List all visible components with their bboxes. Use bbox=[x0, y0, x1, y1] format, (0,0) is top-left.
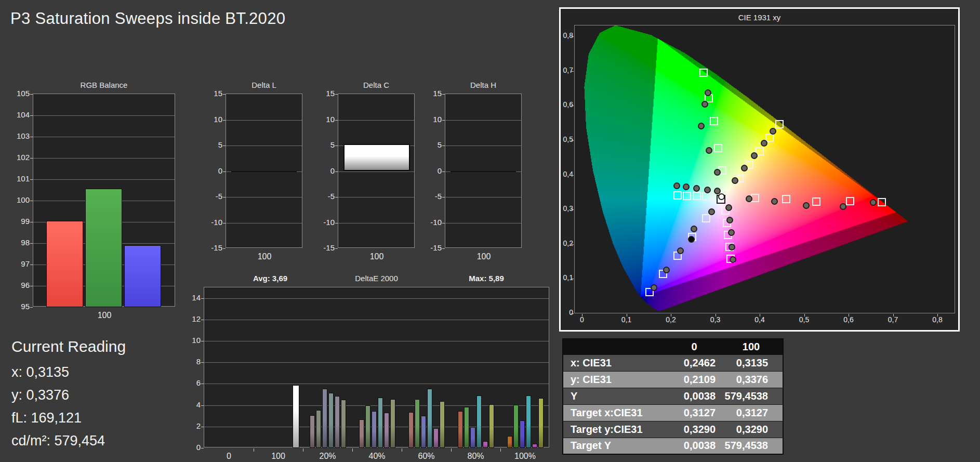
result-value-0: 0,0038 bbox=[669, 388, 720, 404]
y-axis-tick-label: -15 bbox=[198, 243, 222, 252]
cie-y-tick-label: 0,1 bbox=[561, 273, 573, 282]
blue-balance-bar bbox=[124, 245, 161, 307]
results-table-row: x: CIE310,24620,3135 bbox=[563, 354, 783, 371]
y-axis-tick bbox=[30, 137, 33, 137]
cie-1931-chart[interactable]: CIE 1931 xy00,10,20,30,40,50,60,70,800,1… bbox=[559, 7, 960, 332]
cie-x-tick bbox=[849, 314, 849, 316]
y-axis-tick bbox=[201, 405, 204, 406]
cie-x-tick-label: 0,6 bbox=[836, 315, 861, 324]
y-axis-tick bbox=[201, 320, 204, 320]
y-axis-tick bbox=[30, 115, 33, 116]
y-axis-tick bbox=[442, 197, 445, 197]
deltae-bar-yellow-80% bbox=[489, 404, 494, 448]
cie-measured-yellow-60pct bbox=[751, 152, 758, 159]
delta-h-chart[interactable]: Delta H-15-10-5051015100 bbox=[445, 94, 522, 248]
y-axis-tick-label: 10 bbox=[198, 115, 222, 124]
deltae2000-chart[interactable]: DeltaE 2000Avg: 3,69Max: 5,8902468101214… bbox=[204, 287, 549, 447]
gridline bbox=[33, 115, 175, 116]
y-axis-tick-label: -15 bbox=[418, 243, 442, 252]
cie-measured-blue-80pct bbox=[663, 267, 670, 273]
y-axis-tick bbox=[335, 146, 338, 146]
cie-target-green-60pct bbox=[710, 117, 718, 125]
cie-chromaticity-canvas bbox=[574, 25, 955, 313]
deltae-bar-green-60% bbox=[415, 399, 420, 448]
cie-measured-yellow-80pct bbox=[761, 140, 767, 147]
y-axis-tick-label: 96 bbox=[6, 281, 30, 289]
y-axis-tick-label: 5 bbox=[311, 140, 335, 149]
y-axis-tick-label: -10 bbox=[198, 218, 222, 227]
gridline bbox=[226, 197, 302, 197]
y-axis-tick-label: 2 bbox=[177, 421, 201, 430]
cie-measured-green-80pct bbox=[701, 101, 708, 108]
cie-x-tick-label: 0,5 bbox=[792, 315, 817, 324]
deltae-bar-cyan-60% bbox=[427, 389, 432, 448]
results-table-row: Target Y0,0038579,4538 bbox=[563, 438, 783, 454]
y-axis-tick-label: 100 bbox=[6, 195, 30, 204]
cie-y-tick-label: 0,5 bbox=[561, 135, 573, 143]
deltae-bar-red-60% bbox=[408, 412, 414, 448]
y-axis-tick bbox=[201, 427, 204, 427]
deltae-bar-cyan-40% bbox=[378, 398, 383, 448]
gridline bbox=[445, 197, 521, 197]
deltae-bar-red-20% bbox=[310, 415, 315, 448]
y-axis-tick bbox=[30, 243, 33, 244]
result-value-0: 0,2109 bbox=[669, 371, 720, 388]
deltae-bar-magenta-20% bbox=[335, 396, 340, 448]
results-table-row: y: CIE310,21090,3376 bbox=[563, 371, 783, 388]
deltae-bar-blue-40% bbox=[372, 411, 377, 448]
deltae-bar-magenta-100% bbox=[532, 444, 537, 448]
x-axis-tick-label: 80% bbox=[451, 452, 500, 461]
delta-l-zero-bar bbox=[231, 171, 297, 172]
cie-target-cyan-40pct bbox=[702, 192, 710, 201]
results-table-row: Target x:CIE310,31270,3127 bbox=[563, 404, 783, 421]
y-axis-tick-label: 4 bbox=[177, 400, 201, 409]
current-reading-heading: Current Reading bbox=[11, 337, 126, 357]
cie-y-tick-label: 0,3 bbox=[561, 204, 573, 213]
cie-target-blue-20pct bbox=[702, 214, 710, 222]
y-axis-tick bbox=[30, 222, 33, 222]
cie-y-tick-label: 0,4 bbox=[561, 170, 573, 178]
x-axis-tick bbox=[352, 448, 353, 452]
delta-h-chart-title: Delta H bbox=[445, 81, 521, 89]
y-axis-tick bbox=[335, 197, 338, 197]
cie-measured-white-point bbox=[718, 193, 725, 200]
results-table[interactable]: 0100x: CIE310,24620,3135y: CIE310,21090,… bbox=[562, 338, 784, 455]
cie-x-tick-label: 0,1 bbox=[614, 315, 639, 324]
cie-measured-magenta-20pct bbox=[725, 204, 732, 211]
cie-measured-red-100pct bbox=[870, 199, 877, 206]
cie-1931-plot-area: CIE 1931 xy00,10,20,30,40,50,60,70,800,1… bbox=[561, 9, 958, 330]
cie-measured-red-20pct bbox=[746, 195, 752, 202]
y-axis-tick-label: 15 bbox=[198, 89, 222, 98]
y-axis-tick-label: -5 bbox=[418, 192, 442, 201]
x-axis-tick-label: 100% bbox=[500, 452, 550, 461]
y-axis-tick bbox=[335, 223, 338, 223]
rgb-balance-chart[interactable]: RGB Balance95969798991001011021031041051… bbox=[33, 94, 175, 307]
cie-y-tick bbox=[571, 140, 574, 141]
y-axis-tick-label: 8 bbox=[177, 357, 201, 366]
y-axis-tick-label: 6 bbox=[177, 378, 201, 387]
result-label: Target x:CIE31 bbox=[563, 404, 669, 421]
y-axis-tick bbox=[223, 94, 226, 95]
calibration-dashboard: P3 Saturation Sweeps inside BT.2020 RGB … bbox=[0, 0, 980, 462]
gridline bbox=[204, 298, 549, 299]
cie-measured-cyan-40pct bbox=[704, 187, 711, 193]
deltae-bar-magenta-80% bbox=[483, 441, 488, 448]
y-axis-tick bbox=[201, 298, 204, 299]
gridline bbox=[338, 171, 414, 172]
y-axis-tick-label: 15 bbox=[311, 89, 335, 98]
delta-l-chart[interactable]: Delta L-15-10-5051015100 bbox=[226, 94, 302, 248]
x-axis-tick-label: 20% bbox=[303, 452, 352, 461]
y-axis-tick-label: 101 bbox=[6, 174, 30, 183]
y-axis-tick-label: -5 bbox=[198, 192, 222, 201]
cie-measured-green-20pct bbox=[714, 169, 721, 176]
result-label: x: CIE31 bbox=[563, 354, 669, 371]
cie-y-tick bbox=[571, 36, 574, 37]
cie-measured-blue-100pct bbox=[651, 284, 657, 291]
y-axis-tick bbox=[223, 171, 226, 172]
cie-y-tick bbox=[571, 175, 574, 176]
deltae-bar-yellow-60% bbox=[440, 401, 445, 448]
y-axis-tick-label: 5 bbox=[418, 140, 442, 149]
y-axis-tick-label: 0 bbox=[311, 166, 335, 175]
deltae-bar-magenta-40% bbox=[384, 413, 389, 448]
delta-c-chart[interactable]: Delta C-15-10-5051015100 bbox=[338, 94, 415, 248]
